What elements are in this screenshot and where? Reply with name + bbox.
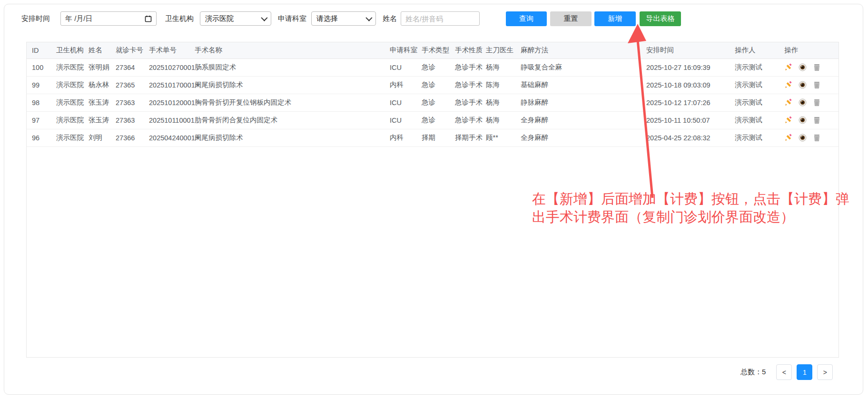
view-button[interactable] (799, 116, 807, 124)
table-cell: 急诊手术 (455, 76, 486, 94)
table-cell: 刘明 (89, 129, 116, 146)
table-cell: 急诊手术 (455, 58, 486, 76)
row-actions-cell (784, 129, 838, 146)
column-header-1: 卫生机构 (56, 42, 89, 58)
table-cell: 急诊 (422, 58, 455, 76)
table-cell: 急诊 (422, 111, 455, 129)
table-cell: 杨永林 (89, 76, 116, 94)
trash-icon (813, 98, 821, 107)
table-cell: 杨海 (486, 94, 521, 111)
table-cell: 202510170001 (149, 76, 195, 94)
column-header-0: ID (27, 42, 56, 58)
column-header-8: 手术性质 (455, 42, 486, 58)
export-button[interactable]: 导出表格 (640, 11, 681, 26)
table-cell: ICU (390, 111, 422, 129)
schedule-time-label: 安排时间 (21, 14, 51, 23)
table-cell: ICU (390, 58, 422, 76)
table-cell: 27364 (116, 58, 149, 76)
next-page-button[interactable]: > (817, 364, 833, 380)
edit-button[interactable] (784, 63, 792, 71)
table-cell: 演示测试 (735, 58, 784, 76)
column-header-11: 安排时间 (646, 42, 735, 58)
eye-icon (799, 134, 807, 142)
table-cell: 胸骨骨折切开复位钢板内固定术 (195, 94, 390, 111)
org-select-value: 演示医院 (205, 14, 261, 23)
table-cell: 97 (27, 111, 56, 129)
pencil-icon (784, 98, 792, 107)
table-cell: 杨海 (486, 111, 521, 129)
annotation-line-2: 出手术计费界面（复制门诊划价界面改造） (532, 208, 849, 226)
table-cell: 202510110001 (149, 111, 195, 129)
row-actions-cell (784, 58, 838, 76)
view-button[interactable] (799, 134, 807, 142)
delete-button[interactable] (813, 116, 821, 124)
table-cell: 基础麻醉 (521, 76, 646, 94)
pencil-icon (784, 81, 792, 89)
table-cell: 202510270001 (149, 58, 195, 76)
table-row: 97演示医院张玉涛27363202510110001肋骨骨折闭合复位内固定术IC… (27, 111, 838, 129)
row-actions-cell (784, 76, 838, 94)
prev-page-button[interactable]: < (776, 364, 792, 380)
view-button[interactable] (799, 98, 807, 107)
table-cell: 急诊手术 (455, 111, 486, 129)
pencil-icon (784, 63, 792, 71)
edit-button[interactable] (784, 81, 792, 89)
table-cell: 202504240001 (149, 129, 195, 146)
table-cell: 陈海 (486, 76, 521, 94)
view-button[interactable] (799, 63, 807, 71)
table-cell: 急诊 (422, 76, 455, 94)
eye-icon (799, 63, 807, 71)
org-select[interactable]: 演示医院 (200, 11, 271, 26)
edit-button[interactable] (784, 116, 792, 124)
column-header-9: 主刀医生 (486, 42, 521, 58)
edit-button[interactable] (784, 98, 792, 107)
column-header-10: 麻醉方法 (521, 42, 646, 58)
trash-icon (813, 63, 821, 71)
table-row: 96演示医院刘明27366202504240001阑尾病损切除术内科择期择期手术… (27, 129, 838, 146)
eye-icon (799, 81, 807, 89)
table-cell: 阑尾病损切除术 (195, 129, 390, 146)
pagination: 总数：5 < 1 > (740, 364, 833, 380)
page-1-button[interactable]: 1 (797, 364, 812, 380)
table-row: 99演示医院杨永林27365202510170001阑尾病损切除术内科急诊急诊手… (27, 76, 838, 94)
delete-button[interactable] (813, 134, 821, 142)
total-count: 总数：5 (740, 368, 766, 377)
table-cell: 演示测试 (735, 111, 784, 129)
column-header-4: 手术单号 (149, 42, 195, 58)
date-placeholder: 年 /月/日 (65, 14, 145, 23)
table-cell: 肋骨骨折闭合复位内固定术 (195, 111, 390, 129)
column-header-13: 操作 (784, 42, 838, 58)
name-input[interactable] (401, 11, 480, 26)
edit-button[interactable] (784, 134, 792, 142)
dept-select[interactable]: 请选择 (311, 11, 376, 26)
annotation-line-1: 在【新增】后面增加【计费】按钮，点击【计费】弹 (532, 190, 849, 208)
table-cell: 27363 (116, 94, 149, 111)
delete-button[interactable] (813, 63, 821, 71)
table-cell: 2025-10-12 17:07:26 (646, 94, 735, 111)
table-cell: 全身麻醉 (521, 129, 646, 146)
table-cell: 100 (27, 58, 56, 76)
table-cell: 张玉涛 (89, 94, 116, 111)
add-button[interactable]: 新增 (594, 11, 636, 26)
table-cell: 内科 (390, 76, 422, 94)
dept-label: 申请科室 (278, 14, 307, 23)
delete-button[interactable] (813, 81, 821, 89)
table-row: 98演示医院张玉涛27363202510120001胸骨骨折切开复位钢板内固定术… (27, 94, 838, 111)
view-button[interactable] (799, 81, 807, 89)
table-cell: 择期 (422, 129, 455, 146)
table-cell: 演示测试 (735, 76, 784, 94)
schedule-date-input[interactable]: 年 /月/日 (60, 11, 157, 26)
org-label: 卫生机构 (165, 14, 195, 23)
annotation-note: 在【新增】后面增加【计费】按钮，点击【计费】弹 出手术计费界面（复制门诊划价界面… (532, 190, 849, 226)
table-cell: 内科 (390, 129, 422, 146)
table-cell: 杨海 (486, 58, 521, 76)
table-cell: 99 (27, 76, 56, 94)
table-cell: 静吸复合全麻 (521, 58, 646, 76)
table-cell: 顾** (486, 129, 521, 146)
table-cell: 演示测试 (735, 94, 784, 111)
table-cell: 急诊 (422, 94, 455, 111)
reset-button[interactable]: 重置 (550, 11, 592, 26)
table-body: 100演示医院张明娟27364202510270001肠系膜固定术ICU急诊急诊… (27, 58, 838, 146)
delete-button[interactable] (813, 98, 821, 107)
query-button[interactable]: 查询 (506, 11, 547, 26)
